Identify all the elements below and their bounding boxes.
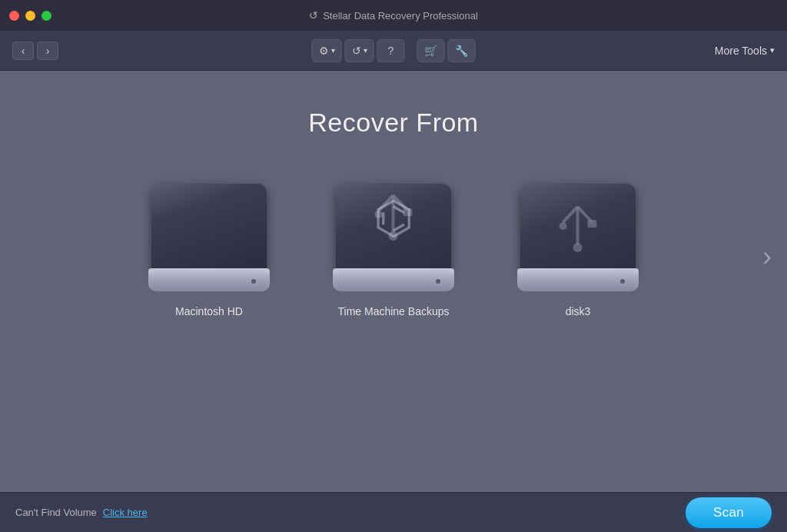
hdd-body	[151, 184, 267, 272]
recover-from-title: Recover From	[308, 108, 478, 138]
drive-label-macintosh-hd: Macintosh HD	[175, 305, 243, 318]
svg-point-5	[389, 231, 398, 241]
wrench-button[interactable]: 🔧	[448, 39, 476, 62]
svg-rect-4	[403, 208, 413, 216]
hdd-bottom-3	[517, 268, 639, 291]
drive-label-disk3: disk3	[566, 305, 591, 318]
maximize-button[interactable]	[42, 11, 51, 21]
settings-button[interactable]: ⚙ ▾	[312, 39, 342, 62]
toolbar-center: ⚙ ▾ ↺ ▾ ? 🛒 🔧	[312, 39, 476, 62]
window-controls	[9, 11, 51, 21]
app-icon: ↺	[309, 9, 318, 22]
cant-find-text: Can't Find Volume	[15, 507, 97, 518]
bottom-bar: Can't Find Volume Click here Scan	[0, 492, 787, 532]
more-tools-button[interactable]: More Tools ▾	[715, 45, 775, 57]
hdd-dot	[251, 279, 256, 284]
more-tools-arrow: ▾	[770, 45, 775, 55]
drive-time-machine[interactable]: ⌬ Time Machine Backups	[332, 184, 455, 318]
title-bar: ↺ Stellar Data Recovery Professional	[0, 0, 787, 31]
cart-button[interactable]: 🛒	[417, 39, 445, 62]
usb-icon: ⌬	[374, 195, 413, 241]
title-content: ↺ Stellar Data Recovery Professional	[309, 9, 478, 22]
drive-disk3[interactable]: disk3	[516, 184, 639, 318]
more-tools-label: More Tools	[715, 45, 767, 57]
next-drives-arrow[interactable]: ›	[762, 241, 772, 273]
back-button[interactable]: ‹	[12, 42, 34, 60]
settings-dropdown-arrow: ▾	[331, 46, 335, 55]
cart-icon: 🛒	[424, 45, 437, 57]
drive-icon-disk3	[516, 184, 639, 291]
app-title: Stellar Data Recovery Professional	[323, 10, 478, 22]
history-icon: ↺	[352, 45, 361, 57]
help-button[interactable]: ?	[377, 39, 405, 62]
svg-line-7	[563, 207, 578, 222]
drive-icon-time-machine: ⌬	[332, 184, 455, 291]
hdd-body-3	[520, 184, 636, 272]
hdd-dot-3	[620, 279, 625, 284]
hdd-bottom-2	[333, 268, 454, 291]
gear-icon: ⚙	[319, 45, 329, 57]
click-here-link[interactable]: Click here	[103, 507, 148, 518]
hdd-body-2: ⌬	[336, 184, 451, 272]
drives-container: Macintosh HD ⌬	[0, 184, 787, 318]
hdd-bottom	[148, 268, 270, 291]
scan-button[interactable]: Scan	[686, 497, 772, 528]
svg-point-3	[375, 211, 383, 218]
help-icon: ?	[388, 45, 394, 57]
history-button[interactable]: ↺ ▾	[345, 39, 374, 62]
cant-find-volume: Can't Find Volume Click here	[15, 507, 148, 518]
svg-point-9	[560, 222, 567, 230]
main-content: Recover From Macintosh HD ⌬	[0, 71, 787, 492]
drive-macintosh-hd[interactable]: Macintosh HD	[148, 184, 271, 318]
toolbar: ‹ › ⚙ ▾ ↺ ▾ ? 🛒 🔧 More Tools ▾	[0, 31, 787, 71]
history-dropdown-arrow: ▾	[364, 46, 367, 55]
minimize-button[interactable]	[25, 11, 35, 21]
drive-label-time-machine: Time Machine Backups	[338, 305, 450, 318]
hdd-dot-2	[436, 279, 440, 284]
close-button[interactable]	[9, 11, 19, 21]
nav-buttons: ‹ ›	[12, 42, 58, 60]
svg-rect-10	[588, 220, 597, 228]
svg-point-11	[573, 243, 583, 252]
drive-icon-macintosh-hd	[148, 184, 271, 291]
forward-button[interactable]: ›	[37, 42, 58, 60]
wrench-icon: 🔧	[455, 45, 468, 57]
svg-line-1	[379, 195, 394, 211]
